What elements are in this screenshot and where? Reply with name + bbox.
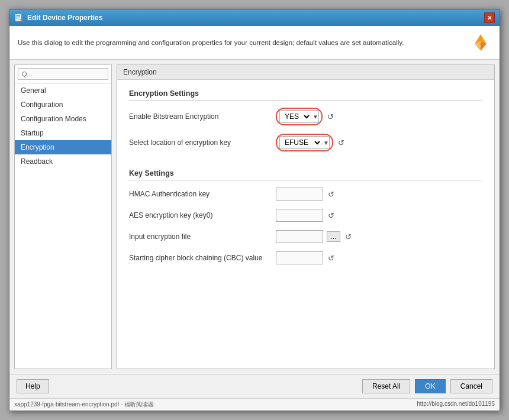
enable-select-arrow: ▼ [313, 114, 318, 120]
input-encryption-control: ... ↺ [276, 230, 353, 243]
enable-select-outlined: YES NO ▼ [276, 108, 323, 125]
aes-row: AES encryption key (key0) ↺ [129, 209, 482, 222]
right-panel: Encryption Encryption Settings Enable Bi… [117, 64, 495, 369]
enable-bitstream-select[interactable]: YES NO [280, 111, 311, 122]
panel-body: Encryption Settings Enable Bitstream Enc… [117, 80, 494, 369]
location-refresh-button[interactable]: ↺ [337, 138, 346, 147]
bottom-bar: Help Reset All OK Cancel [9, 374, 500, 398]
aes-input[interactable] [276, 209, 323, 222]
sidebar-item-startup[interactable]: Startup [15, 126, 111, 140]
encryption-settings-title: Encryption Settings [129, 89, 482, 101]
dialog: Edit Device Properties ✕ Use this dialog… [9, 9, 500, 411]
input-encryption-row: Input encryption file ... ↺ [129, 230, 482, 243]
bottom-left: Help [17, 379, 49, 393]
ok-button[interactable]: OK [415, 379, 445, 393]
enable-bitstream-label: Enable Bitstream Encryption [129, 112, 271, 121]
sidebar: General Configuration Configuration Mode… [14, 64, 112, 369]
bottom-right: Reset All OK Cancel [362, 379, 492, 393]
search-box [15, 65, 111, 83]
aes-control: ↺ [276, 209, 336, 222]
location-select-wrapper: EFUSE BBRAM ▼ [279, 136, 330, 149]
input-encryption-input[interactable] [276, 230, 323, 243]
info-text: Use this dialog to edit the programming … [18, 39, 404, 46]
title-bar: Edit Device Properties ✕ [9, 9, 500, 26]
sidebar-item-readback[interactable]: Readback [15, 154, 111, 169]
hmac-control: ↺ [276, 188, 336, 201]
cbc-row: Starting cipher block chaining (CBC) val… [129, 251, 482, 264]
edit-icon [14, 13, 24, 22]
cbc-label: Starting cipher block chaining (CBC) val… [129, 254, 271, 262]
svg-rect-2 [16, 17, 20, 17]
location-select-outlined: EFUSE BBRAM ▼ [276, 134, 333, 151]
encryption-key-location-control: EFUSE BBRAM ▼ ↺ [276, 134, 346, 151]
sidebar-item-configuration-modes[interactable]: Configuration Modes [15, 112, 111, 126]
close-button[interactable]: ✕ [484, 12, 495, 23]
status-right: http://blog.csdn.net/do101195 [417, 400, 495, 409]
cbc-refresh-button[interactable]: ↺ [327, 254, 336, 263]
enable-select-wrapper: YES NO ▼ [279, 110, 319, 123]
logo-icon [470, 32, 491, 53]
browse-button[interactable]: ... [327, 231, 340, 242]
sidebar-item-general[interactable]: General [15, 83, 111, 98]
title-bar-left: Edit Device Properties [14, 13, 102, 22]
panel-header: Encryption [117, 65, 494, 80]
encryption-key-location-label: Select location of encryption key [129, 138, 271, 147]
hmac-label: HMAC Authentication key [129, 190, 271, 198]
cancel-button[interactable]: Cancel [450, 379, 492, 393]
input-refresh-button[interactable]: ↺ [344, 232, 353, 241]
status-bar: xapp1239-fpga-bitstream-encryption.pdf -… [9, 398, 500, 411]
hmac-refresh-button[interactable]: ↺ [327, 190, 336, 199]
cbc-control: ↺ [276, 251, 336, 264]
aes-refresh-button[interactable]: ↺ [327, 211, 336, 220]
reset-all-button[interactable]: Reset All [362, 379, 410, 393]
search-input[interactable] [18, 68, 108, 80]
input-encryption-label: Input encryption file [129, 232, 271, 241]
enable-refresh-button[interactable]: ↺ [326, 112, 335, 121]
key-settings-title: Key Settings [129, 169, 482, 180]
cbc-input[interactable] [276, 251, 323, 264]
info-bar: Use this dialog to edit the programming … [9, 26, 500, 60]
location-select-arrow: ▼ [323, 140, 329, 146]
enable-bitstream-row: Enable Bitstream Encryption YES NO ▼ [129, 108, 482, 125]
main-content: General Configuration Configuration Mode… [9, 60, 500, 374]
aes-label: AES encryption key (key0) [129, 211, 271, 219]
sidebar-items: General Configuration Configuration Mode… [15, 83, 111, 369]
key-settings-section: Key Settings HMAC Authentication key ↺ A… [129, 169, 482, 264]
sidebar-item-configuration[interactable]: Configuration [15, 98, 111, 112]
status-left: xapp1239-fpga-bitstream-encryption.pdf -… [14, 400, 154, 409]
window-title: Edit Device Properties [27, 14, 102, 22]
svg-rect-3 [16, 18, 19, 18]
sidebar-item-encryption[interactable]: Encryption [15, 140, 111, 154]
enable-bitstream-control: YES NO ▼ ↺ [276, 108, 335, 125]
svg-rect-1 [16, 15, 20, 16]
encryption-key-location-row: Select location of encryption key EFUSE … [129, 134, 482, 151]
hmac-row: HMAC Authentication key ↺ [129, 188, 482, 201]
hmac-input[interactable] [276, 188, 323, 201]
location-select[interactable]: EFUSE BBRAM [280, 137, 322, 148]
help-button[interactable]: Help [17, 379, 49, 393]
